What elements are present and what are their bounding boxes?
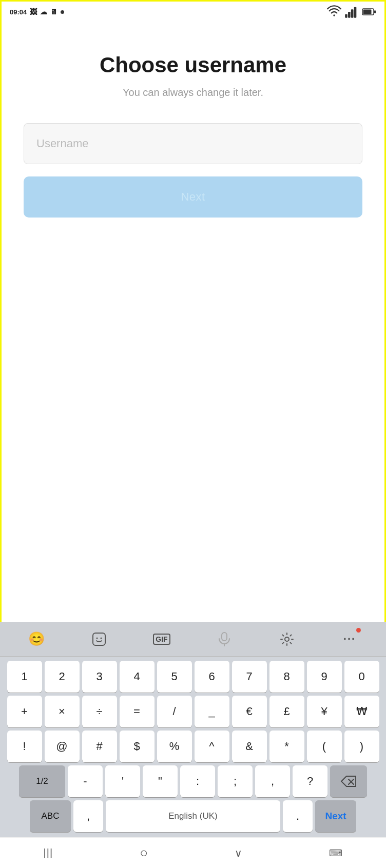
dot-indicator (61, 10, 64, 14)
key-dollar[interactable]: $ (120, 731, 155, 762)
recent-nav-button[interactable]: ∨ (235, 847, 242, 859)
key-period[interactable]: . (283, 800, 313, 832)
nav-bar: ||| ○ ∨ ⌨ (0, 837, 386, 868)
next-button[interactable]: Next (24, 176, 362, 218)
key-3[interactable]: 3 (82, 661, 117, 693)
key-equals[interactable]: = (120, 696, 155, 727)
svg-rect-7 (374, 10, 376, 13)
backspace-icon (340, 776, 357, 787)
svg-rect-4 (354, 7, 357, 18)
svg-point-10 (101, 637, 102, 639)
home-nav-button[interactable]: ○ (140, 845, 148, 861)
svg-rect-11 (222, 633, 227, 641)
keyboard-rows: 1 2 3 4 5 6 7 8 9 0 + × ÷ = / _ € £ ¥ ₩ … (0, 657, 386, 837)
key-comma2[interactable]: , (255, 765, 290, 797)
svg-rect-6 (363, 10, 372, 14)
key-1[interactable]: 1 (7, 661, 42, 693)
key-asterisk[interactable]: * (269, 731, 304, 762)
battery-icon (362, 5, 376, 19)
key-quote[interactable]: " (143, 765, 178, 797)
symbol-row-1: + × ÷ = / _ € £ ¥ ₩ (2, 696, 384, 727)
key-2[interactable]: 2 (45, 661, 80, 693)
key-lparen[interactable]: ( (307, 731, 342, 762)
svg-rect-2 (348, 12, 351, 18)
back-nav-button[interactable]: ||| (44, 847, 53, 859)
mic-icon (218, 632, 231, 646)
spacebar-key[interactable]: English (UK) (106, 800, 280, 832)
username-input[interactable] (24, 123, 362, 164)
image-icon: 🖼 (30, 8, 37, 16)
signal-icon (344, 5, 359, 19)
key-abc[interactable]: ABC (30, 800, 71, 832)
symbol-row-2: ! @ # $ % ^ & * ( ) (2, 731, 384, 762)
key-at[interactable]: @ (45, 731, 80, 762)
key-multiply[interactable]: × (45, 696, 80, 727)
sticker-toolbar-button[interactable] (86, 626, 112, 653)
key-8[interactable]: 8 (269, 661, 304, 693)
key-5[interactable]: 5 (157, 661, 192, 693)
key-yen[interactable]: ¥ (307, 696, 342, 727)
svg-rect-3 (351, 9, 354, 17)
keyboard-nav-button[interactable]: ⌨ (329, 847, 342, 859)
gif-toolbar-button[interactable]: GIF (148, 626, 175, 653)
symbol-row-3: 1/2 - ' " : ; , ? (2, 765, 384, 797)
cloud-icon: ☁ (40, 8, 47, 16)
status-left: 09:04 🖼 ☁ 🖥 (10, 8, 64, 16)
key-underscore[interactable]: _ (195, 696, 229, 727)
keyboard-area: 😊 GIF · (0, 622, 386, 868)
page-subtitle: You can always change it later. (123, 87, 263, 98)
bottom-row: ABC , English (UK) . Next (2, 800, 384, 832)
page-title: Choose username (100, 53, 286, 77)
key-won[interactable]: ₩ (344, 696, 379, 727)
settings-toolbar-button[interactable] (274, 626, 300, 653)
key-9[interactable]: 9 (307, 661, 342, 693)
key-plus[interactable]: + (7, 696, 42, 727)
key-6[interactable]: 6 (195, 661, 229, 693)
key-0[interactable]: 0 (344, 661, 379, 693)
key-exclaim[interactable]: ! (7, 731, 42, 762)
key-comma3[interactable]: , (73, 800, 103, 832)
key-question[interactable]: ? (293, 765, 327, 797)
key-rparen[interactable]: ) (344, 731, 379, 762)
svg-rect-8 (93, 633, 105, 645)
backspace-key[interactable] (330, 765, 367, 797)
key-4[interactable]: 4 (120, 661, 155, 693)
key-7[interactable]: 7 (232, 661, 267, 693)
keyboard-next-key[interactable]: Next (315, 800, 356, 832)
key-hash[interactable]: # (82, 731, 117, 762)
status-right (327, 5, 376, 19)
key-apostrophe[interactable]: ' (105, 765, 140, 797)
gif-label: GIF (153, 634, 170, 645)
svg-rect-1 (345, 14, 348, 18)
key-minus[interactable]: - (68, 765, 103, 797)
main-content: Choose username You can always change it… (2, 22, 384, 515)
key-percent[interactable]: % (157, 731, 192, 762)
sticker-icon (92, 632, 106, 646)
screen-icon: 🖥 (50, 8, 57, 16)
key-slash[interactable]: / (157, 696, 192, 727)
key-half[interactable]: 1/2 (19, 765, 65, 797)
key-caret[interactable]: ^ (195, 731, 229, 762)
key-pound[interactable]: £ (269, 696, 304, 727)
mic-toolbar-button[interactable] (211, 626, 238, 653)
svg-point-9 (96, 637, 98, 639)
time-display: 09:04 (10, 8, 27, 16)
keyboard-toolbar: 😊 GIF · (0, 622, 386, 657)
svg-point-0 (333, 14, 335, 16)
number-row: 1 2 3 4 5 6 7 8 9 0 (2, 661, 384, 693)
status-bar: 09:04 🖼 ☁ 🖥 (2, 2, 384, 22)
more-toolbar-button[interactable]: ··· (336, 626, 363, 653)
key-euro[interactable]: € (232, 696, 267, 727)
key-ampersand[interactable]: & (232, 731, 267, 762)
key-semicolon[interactable]: ; (218, 765, 253, 797)
svg-point-13 (285, 637, 289, 641)
wifi-icon (327, 5, 341, 19)
emoji-toolbar-button[interactable]: 😊 (23, 626, 50, 653)
key-colon[interactable]: : (180, 765, 215, 797)
key-divide[interactable]: ÷ (82, 696, 117, 727)
gear-icon (280, 632, 294, 646)
